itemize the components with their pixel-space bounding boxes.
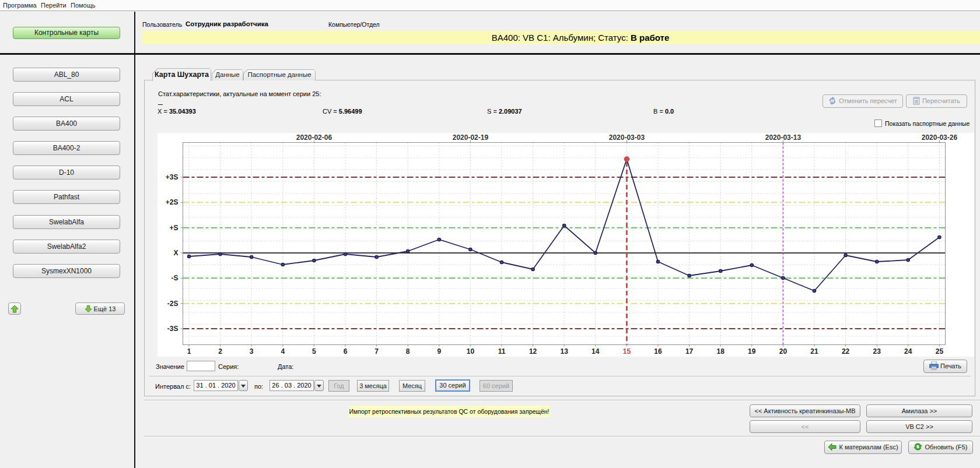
- svg-text:13: 13: [561, 347, 569, 356]
- svg-text:10: 10: [467, 347, 475, 356]
- svg-text:21: 21: [810, 347, 818, 356]
- svg-text:4: 4: [281, 347, 285, 356]
- svg-text:22: 22: [842, 347, 850, 356]
- svg-text:25: 25: [936, 347, 944, 356]
- svg-text:3: 3: [250, 347, 254, 356]
- svg-text:2: 2: [218, 347, 222, 356]
- svg-text:23: 23: [873, 347, 881, 356]
- svg-text:8: 8: [406, 347, 410, 356]
- svg-text:17: 17: [685, 347, 694, 356]
- svg-text:14: 14: [592, 347, 600, 356]
- svg-text:2020-03-26: 2020-03-26: [922, 133, 958, 142]
- svg-text:19: 19: [748, 347, 756, 356]
- svg-text:9: 9: [437, 347, 441, 356]
- svg-text:5: 5: [312, 347, 316, 356]
- svg-text:-3S: -3S: [167, 325, 178, 333]
- svg-text:-2S: -2S: [167, 300, 178, 308]
- svg-text:X: X: [173, 249, 178, 257]
- svg-text:+2S: +2S: [166, 198, 178, 206]
- svg-text:20: 20: [779, 347, 788, 356]
- svg-text:+3S: +3S: [166, 173, 178, 181]
- svg-text:6: 6: [344, 347, 348, 356]
- svg-text:15: 15: [623, 347, 631, 356]
- svg-text:11: 11: [498, 347, 506, 356]
- svg-text:12: 12: [529, 347, 537, 356]
- svg-text:24: 24: [904, 347, 912, 356]
- svg-text:1: 1: [187, 347, 191, 356]
- svg-text:2020-03-13: 2020-03-13: [765, 133, 802, 142]
- svg-text:18: 18: [717, 347, 725, 356]
- svg-text:2020-02-06: 2020-02-06: [296, 133, 332, 142]
- svg-text:-S: -S: [172, 274, 178, 282]
- svg-text:2020-03-03: 2020-03-03: [609, 133, 645, 142]
- svg-text:16: 16: [654, 347, 662, 356]
- svg-text:2020-02-19: 2020-02-19: [453, 133, 489, 142]
- svg-text:+S: +S: [169, 224, 178, 232]
- svg-text:7: 7: [374, 347, 379, 356]
